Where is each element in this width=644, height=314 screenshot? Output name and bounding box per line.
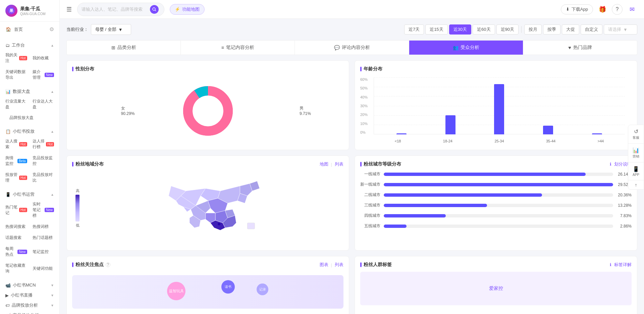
download-app-button[interactable]: ⬇ 下载App — [561, 4, 593, 14]
time-btn-90[interactable]: 近90天 — [496, 24, 519, 35]
side-action-app[interactable]: 📱 APP — [628, 163, 644, 180]
help-button[interactable]: ? — [612, 4, 623, 15]
fan-focus-chart-area: 益智玩具 读书 记录 — [72, 272, 343, 312]
nav-workbench-header[interactable]: 🗂 工作台 ▲ — [0, 40, 59, 50]
time-btn-30[interactable]: 近30天 — [449, 24, 471, 35]
nav-industry-kol[interactable]: 行业达人大盘 — [30, 97, 57, 112]
nav-notes-collection[interactable]: 笔记收藏查询 — [3, 261, 30, 276]
chevron-down-icon-2: ▼ — [51, 294, 54, 297]
fan-focus-hint-icon[interactable]: ? — [106, 262, 110, 267]
heart-icon: ♥ — [568, 45, 571, 50]
nav-topic-search[interactable]: 话题搜索 — [3, 233, 30, 243]
bottom-row: 粉丝关注焦点 ? 图表 | 列表 益智玩具 读书 记录 — [66, 256, 637, 314]
tab-audience[interactable]: 👥 受众分析 — [409, 41, 523, 55]
nav-media-manage[interactable]: 媒介管理 New — [30, 67, 57, 82]
nav-industry-flow[interactable]: 行业流量大盘 — [3, 97, 30, 112]
custom-date-select[interactable]: 请选择 ▼ — [604, 24, 637, 35]
side-actions-panel: ↺ 客服 📊 营销 📱 APP ↑ — [628, 125, 644, 190]
nav-competitor-monitoring[interactable]: 竞品投放监控 — [30, 153, 57, 169]
time-btn-15[interactable]: 近15天 — [425, 24, 447, 35]
nav-notes-monitor[interactable]: 笔记监控 — [30, 244, 57, 259]
gender-chart-title: 性别分布 — [72, 66, 343, 72]
scroll-to-top-button[interactable]: ↑ — [628, 180, 644, 189]
svg-point-2 — [153, 8, 155, 10]
city-tier-header: 粉丝城市等级分布 ℹ 划分说明 — [360, 161, 632, 167]
legend-gradient-bar — [75, 195, 79, 222]
chevron-down-icon-industry: ▼ — [118, 27, 123, 32]
nav-weekly-hot[interactable]: 每周热点 New — [3, 244, 30, 259]
progress-bar-fill-4 — [384, 204, 487, 207]
lightning-icon: ⚡ — [175, 7, 180, 12]
x-axis: <18 18-24 25-34 35-44 >44 — [374, 139, 625, 143]
nav-keyword-export[interactable]: 关键词数据导出 — [3, 67, 30, 82]
nav-placement-manage[interactable]: 投放管理 Hot — [3, 170, 30, 185]
tab-hot-brands[interactable]: ♥ 热门品牌 — [523, 41, 637, 55]
time-btn-60[interactable]: 近60天 — [473, 24, 495, 35]
topbar-right: ⬇ 下载App 🎁 ? ✉ — [561, 4, 637, 15]
search-input[interactable] — [82, 7, 149, 12]
tab-comments[interactable]: 💬 评论内容分析 — [295, 41, 409, 55]
nav-hot-search[interactable]: 热搜词搜索 — [3, 222, 30, 232]
nav-mcn-header[interactable]: 📹 小红书MCN ▼ — [0, 279, 59, 290]
nav-sentiment[interactable]: 舆情监控 Beta — [3, 153, 30, 169]
fan-focus-chart-btn[interactable]: 图表 — [320, 262, 328, 268]
industry-select[interactable]: 母婴 / 全部 ▼ — [91, 24, 131, 35]
chevron-down-icon-custom: ▼ — [623, 27, 628, 32]
fan-focus-list-btn[interactable]: 列表 — [335, 262, 343, 268]
nav-brand-delivery[interactable]: 品牌投放大盘 — [0, 113, 59, 123]
sidebar: 果 果集·千瓜 QIAN-GUA.COM 🏠 首页 ⚙ 🗂 工作台 ▲ 我的关注… — [0, 0, 60, 314]
bar-25-34 — [494, 84, 504, 134]
time-btn-month[interactable]: 按月 — [524, 24, 542, 35]
side-action-marketing[interactable]: 📊 营销 — [628, 144, 644, 163]
search-submit-button[interactable] — [150, 5, 159, 14]
grid-icon: ⊞ — [111, 45, 115, 50]
gift-button[interactable]: 🎁 — [597, 4, 608, 15]
filter-bar: 当前行业： 母婴 / 全部 ▼ 近7天 近15天 近30天 近60天 近90天 … — [66, 24, 637, 35]
feature-map-button[interactable]: ⚡ 功能地图 — [170, 4, 205, 15]
map-view-button[interactable]: 地图 — [320, 161, 328, 167]
china-map-visual: 高 低 — [72, 171, 343, 245]
time-btn-custom[interactable]: 自定义 — [581, 24, 602, 35]
audience-icon: 👥 — [453, 45, 459, 50]
progress-bar-fill-3 — [384, 193, 542, 197]
chevron-up-icon-4: ▲ — [51, 193, 54, 196]
tab-notes[interactable]: ≡ 笔记内容分析 — [181, 41, 295, 55]
nav-data-board-header[interactable]: 📊 数据大盘 ▲ — [0, 86, 59, 96]
nav-competitor-compare[interactable]: 竞品投放对比 — [30, 170, 57, 185]
nav-my-collection[interactable]: 我的收藏 — [30, 50, 57, 66]
time-btn-promo[interactable]: 大促 — [562, 24, 579, 35]
list-view-button[interactable]: 列表 — [335, 161, 343, 167]
nav-kol-ranking[interactable]: 达人排行榜 Hot — [30, 136, 57, 152]
download-icon: ⬇ — [566, 7, 570, 12]
time-btn-7[interactable]: 近7天 — [404, 24, 424, 35]
fan-tags-hint-btn[interactable]: 标签详解 — [614, 262, 632, 268]
tag-hint-icon: ℹ — [610, 262, 611, 267]
search-box — [77, 3, 164, 16]
nav-hot-notes[interactable]: 热门笔记 Hot — [3, 199, 30, 221]
nav-xhs-ops-header[interactable]: 📱 小红书运营 ▲ — [0, 189, 59, 199]
nav-home[interactable]: 🏠 首页 ⚙ — [0, 23, 59, 36]
menu-button[interactable]: ☰ — [66, 6, 72, 13]
product-icon: 🛒 — [5, 313, 11, 314]
nav-product-analysis-header[interactable]: 🛒 商品投放分析 ▼ — [0, 310, 59, 314]
message-button[interactable]: ✉ — [627, 4, 637, 15]
settings-icon[interactable]: ⚙ — [49, 26, 54, 33]
map-title: 粉丝地域分布 — [72, 161, 104, 167]
nav-keyword-func[interactable]: 关键词功能 — [30, 261, 57, 276]
nav-live-header[interactable]: ▶ 小红书直播 ▼ — [0, 290, 59, 300]
time-btn-season[interactable]: 按季 — [543, 24, 560, 35]
nav-hot-keywords[interactable]: 热搜词榜 — [30, 222, 57, 232]
svg-point-7 — [193, 96, 223, 126]
nav-xhs-delivery-header[interactable]: 📋 小红书投放 ▲ — [0, 126, 59, 136]
app-icon: 📱 — [633, 166, 639, 172]
nav-realtime-notes[interactable]: 实时笔记榜 New — [30, 199, 57, 221]
fan-focus-title: 粉丝关注焦点 ? — [72, 262, 110, 268]
nav-kol-search[interactable]: 达人搜索 Hot — [3, 136, 30, 152]
map-legend: 高 低 — [75, 188, 79, 228]
tab-category[interactable]: ⊞ 品类分析 — [67, 41, 181, 55]
industry-select-group: 当前行业： 母婴 / 全部 ▼ — [66, 24, 131, 35]
nav-my-follow[interactable]: 我的关注 Hot — [3, 50, 30, 66]
nav-brand-analysis-header[interactable]: 🏷 品牌投放分析 ▼ — [0, 300, 59, 310]
side-action-customer-service[interactable]: ↺ 客服 — [628, 125, 644, 144]
nav-hot-topics[interactable]: 热门话题榜 — [30, 233, 57, 243]
